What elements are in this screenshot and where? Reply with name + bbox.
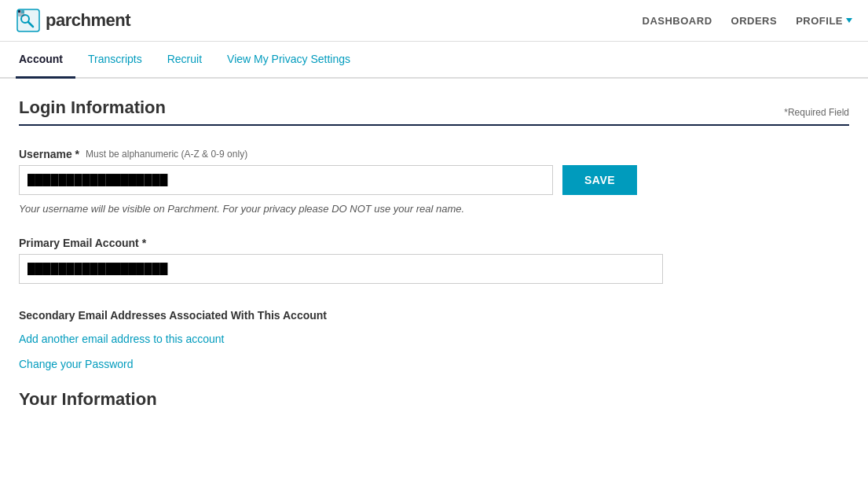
primary-email-input[interactable] [19,254,663,284]
tab-account[interactable]: Account [16,42,75,79]
required-note: *Required Field [784,107,849,118]
privacy-note: Your username will be visible on Parchme… [19,203,849,215]
primary-email-section: Primary Email Account * [19,237,849,284]
tab-transcripts[interactable]: Transcripts [75,42,155,79]
tab-privacy-settings[interactable]: View My Privacy Settings [214,42,363,79]
section-title: Login Information [19,97,166,118]
nav-orders[interactable]: ORDERS [731,15,778,27]
nav-profile[interactable]: PROFILE [796,15,852,27]
section-header: Login Information *Required Field [19,97,849,126]
logo: parchment [16,8,130,33]
change-password-link[interactable]: Change your Password [19,358,849,370]
save-button[interactable]: SAVE [562,165,637,195]
username-row: SAVE [19,165,849,195]
svg-rect-4 [18,10,20,13]
username-section: Username * Must be alphanumeric (A-Z & 0… [19,148,849,215]
nav-dashboard[interactable]: DASHBOARD [643,15,712,27]
main-content: Login Information *Required Field Userna… [0,79,868,429]
header: parchment DASHBOARD ORDERS PROFILE [0,0,868,42]
logo-icon [16,8,41,33]
tabs-nav: Account Transcripts Recruit View My Priv… [0,42,868,79]
add-email-link[interactable]: Add another email address to this accoun… [19,333,849,345]
header-nav: DASHBOARD ORDERS PROFILE [643,15,852,27]
your-information-title: Your Information [19,389,849,410]
svg-rect-5 [21,10,24,13]
chevron-down-icon [846,18,852,23]
logo-text: parchment [46,10,130,31]
username-input[interactable] [19,165,553,195]
secondary-email-label: Secondary Email Addresses Associated Wit… [19,309,849,322]
username-hint: Must be alphanumeric (A-Z & 0-9 only) [86,149,247,160]
tab-recruit[interactable]: Recruit [155,42,214,79]
primary-email-label: Primary Email Account * [19,237,849,249]
secondary-email-section: Secondary Email Addresses Associated Wit… [19,309,849,370]
username-label: Username * Must be alphanumeric (A-Z & 0… [19,148,849,160]
